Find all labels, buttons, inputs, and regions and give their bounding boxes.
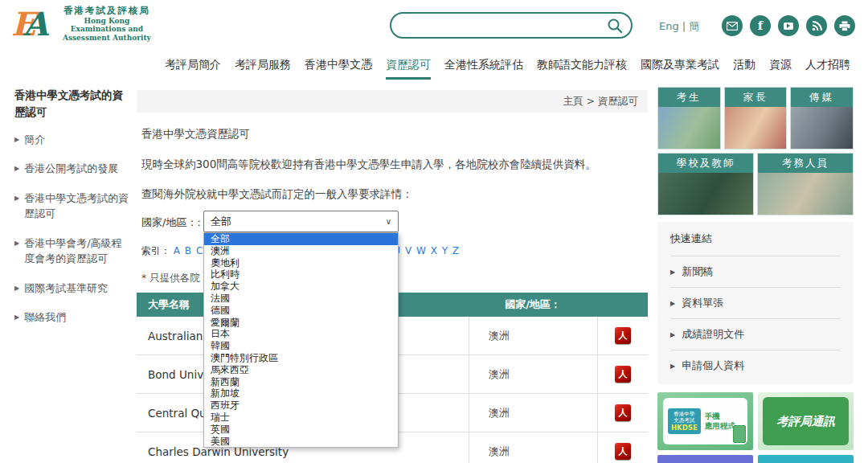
audience-tiles-row-2: 學校及教師 考務人員 bbox=[657, 153, 854, 215]
sidebar-item-hkdse-recognition[interactable]: ▶香港中學文憑考試的資歷認可 bbox=[14, 191, 132, 222]
media-photo bbox=[791, 107, 853, 149]
sidebar-item-hkcee-recognition[interactable]: ▶香港中學會考/高級程度會考的資歷認可 bbox=[14, 236, 132, 267]
candidates-photo bbox=[658, 107, 720, 149]
dropdown-option[interactable]: 全部 bbox=[204, 233, 398, 245]
triangle-right-icon: ▶ bbox=[14, 191, 19, 222]
column-header-country: 國家/地區： bbox=[469, 297, 597, 312]
search-icon[interactable] bbox=[607, 18, 623, 34]
tile-candidates[interactable]: 考生 bbox=[657, 87, 721, 150]
pdf-icon[interactable]: 人 bbox=[615, 327, 631, 344]
breadcrumb[interactable]: 主頁 > 資歷認可 bbox=[137, 90, 648, 113]
dropdown-option[interactable]: 西班牙 bbox=[204, 399, 398, 412]
triangle-right-icon: ▶ bbox=[14, 281, 19, 297]
facebook-icon[interactable]: f bbox=[750, 15, 771, 36]
sidebar-item-introduction[interactable]: ▶簡介 bbox=[14, 132, 132, 148]
triangle-right-icon: ▶ bbox=[670, 363, 675, 370]
nav-item-careers[interactable]: 人才招聘 bbox=[805, 58, 850, 80]
recognition-search-ce-banner[interactable]: 資歷認可搜尋 — 會考/高考 bbox=[657, 455, 753, 463]
country-select-value: 全部 bbox=[211, 215, 231, 227]
nav-item-about[interactable]: 考評局簡介 bbox=[165, 58, 221, 80]
youtube-icon[interactable] bbox=[778, 15, 799, 36]
nav-item-lpat[interactable]: 教師語文能力評核 bbox=[537, 58, 627, 80]
dropdown-option[interactable]: 奧地利 bbox=[204, 257, 398, 269]
index-label: 索引： bbox=[141, 245, 170, 256]
nav-item-services[interactable]: 考評局服務 bbox=[235, 58, 291, 80]
pdf-icon[interactable]: 人 bbox=[615, 366, 631, 383]
left-sidebar: 香港中學文憑考試的資歷認可 ▶簡介 ▶香港公開考試的發展 ▶香港中學文憑考試的資… bbox=[14, 87, 132, 339]
dropdown-option[interactable]: 美國 bbox=[204, 436, 398, 448]
dropdown-option[interactable]: 加拿大 bbox=[204, 281, 398, 293]
dropdown-option[interactable]: 瑞士 bbox=[204, 412, 398, 424]
recognition-search-dse-banner[interactable]: 資歷認可搜尋 — 文憑試 bbox=[758, 455, 854, 463]
university-country: 澳洲 bbox=[469, 394, 597, 432]
dropdown-option[interactable]: 愛爾蘭 bbox=[204, 317, 398, 329]
promo-banners: 香港中學 文憑考試 HKDSE 手機 應用程式 考評局通訊 資歷認可搜尋 — 會… bbox=[657, 392, 854, 463]
quick-link-press[interactable]: ▶新聞稿 bbox=[670, 256, 841, 288]
triangle-right-icon: ▶ bbox=[670, 268, 675, 276]
dropdown-option[interactable]: 新加坡 bbox=[204, 387, 398, 399]
hkdse-app-banner[interactable]: 香港中學 文憑考試 HKDSE 手機 應用程式 bbox=[657, 392, 753, 450]
pdf-icon[interactable]: 人 bbox=[615, 404, 631, 421]
hkeaa-logo[interactable]: E A 香港考試及評核局 Hong Kong Examinations and … bbox=[11, 5, 151, 42]
dropdown-option[interactable]: 新西蘭 bbox=[204, 376, 398, 388]
university-country: 澳洲 bbox=[469, 355, 597, 393]
dropdown-option[interactable]: 德國 bbox=[204, 305, 398, 317]
rss-icon[interactable] bbox=[806, 15, 827, 36]
lang-separator: | bbox=[679, 20, 690, 32]
intro-text: 現時全球約300間高等院校歡迎持有香港中學文憑學生申請入學，各地院校亦會陸續提供… bbox=[141, 158, 596, 172]
tile-media[interactable]: 傳媒 bbox=[790, 87, 854, 150]
dropdown-option[interactable]: 澳洲 bbox=[204, 245, 398, 257]
tile-exam-personnel[interactable]: 考務人員 bbox=[757, 153, 854, 215]
quick-link-leaflets[interactable]: ▶資料單張 bbox=[670, 288, 841, 319]
tile-schools-teachers[interactable]: 學校及教師 bbox=[657, 153, 754, 215]
nav-item-hkdse[interactable]: 香港中學文憑 bbox=[305, 58, 372, 80]
chevron-down-icon: ∨ bbox=[386, 211, 391, 232]
personnel-photo bbox=[758, 173, 853, 215]
country-select[interactable]: 全部 ∨ bbox=[203, 211, 399, 232]
app-banner-text: 手機 應用程式 bbox=[705, 412, 735, 432]
search-bar[interactable] bbox=[390, 12, 633, 39]
nav-item-resources[interactable]: 資源 bbox=[769, 58, 792, 80]
right-sidebar: 考生 家長 傳媒 學校及教師 考務人員 快速連結 ▶新 bbox=[657, 87, 854, 463]
dropdown-option[interactable]: 日本 bbox=[204, 328, 398, 340]
pdf-icon[interactable]: 人 bbox=[615, 443, 631, 460]
search-input[interactable] bbox=[391, 19, 607, 31]
quick-link-certification[interactable]: ▶成績證明文件 bbox=[670, 319, 841, 350]
hkdse-badge: 香港中學 文憑考試 HKDSE bbox=[668, 408, 701, 434]
sidebar-item-benchmarking[interactable]: ▶國際考試基準研究 bbox=[14, 281, 132, 297]
sidebar-item-contact[interactable]: ▶聯絡我們 bbox=[14, 309, 132, 326]
dropdown-option[interactable]: 馬來西亞 bbox=[204, 364, 398, 376]
dropdown-option[interactable]: 英國 bbox=[204, 424, 398, 436]
nav-item-recognition[interactable]: 資歷認可 bbox=[386, 58, 431, 80]
tile-parents[interactable]: 家長 bbox=[724, 87, 788, 150]
nav-item-tsa[interactable]: 全港性系統評估 bbox=[444, 58, 523, 80]
triangle-right-icon: ▶ bbox=[14, 161, 19, 177]
logo-english-name-1: Hong Kong bbox=[63, 17, 151, 25]
lang-simplified-link[interactable]: 簡 bbox=[689, 20, 699, 32]
printer-icon[interactable] bbox=[834, 15, 855, 36]
dropdown-option[interactable]: 比利時 bbox=[204, 268, 398, 281]
country-dropdown-list: 全部 澳洲 奧地利 比利時 加拿大 法國 德國 愛爾蘭 日本 韓國 澳門特別行政… bbox=[203, 232, 399, 448]
nav-item-ipe[interactable]: 國際及專業考試 bbox=[641, 58, 719, 80]
instruction-text: 查閱海外院校就中學文憑試而訂定的一般入學要求詳情： bbox=[141, 187, 413, 202]
lang-eng-link[interactable]: Eng bbox=[659, 20, 679, 32]
schools-photo bbox=[658, 173, 753, 215]
nav-item-events[interactable]: 活動 bbox=[733, 58, 755, 80]
sidebar-item-development[interactable]: ▶香港公開考試的發展 bbox=[14, 161, 132, 177]
footnote-text: * 只提供各院 bbox=[141, 272, 200, 285]
quick-link-personal-data[interactable]: ▶申請個人資料 bbox=[670, 350, 841, 381]
email-icon[interactable] bbox=[722, 15, 743, 36]
hkeaa-logo-text: 香港考試及評核局 Hong Kong Examinations and Asse… bbox=[63, 5, 151, 42]
language-switcher: Eng | 簡 bbox=[659, 19, 699, 34]
triangle-right-icon: ▶ bbox=[670, 300, 675, 307]
dropdown-option[interactable]: 澳門特別行政區 bbox=[204, 352, 398, 364]
dropdown-option[interactable]: 法國 bbox=[204, 293, 398, 305]
university-country: 澳洲 bbox=[469, 432, 597, 463]
triangle-right-icon: ▶ bbox=[14, 236, 19, 267]
newsletter-banner[interactable]: 考評局通訊 bbox=[758, 392, 854, 450]
triangle-right-icon: ▶ bbox=[670, 331, 675, 338]
quick-links-panel: 快速連結 ▶新聞稿 ▶資料單張 ▶成績證明文件 ▶申請個人資料 bbox=[657, 222, 854, 384]
dropdown-option[interactable]: 韓國 bbox=[204, 340, 398, 352]
svg-text:A: A bbox=[23, 5, 50, 42]
main-nav: 考評局簡介 考評局服務 香港中學文憑 資歷認可 全港性系統評估 教師語文能力評核… bbox=[165, 58, 861, 80]
